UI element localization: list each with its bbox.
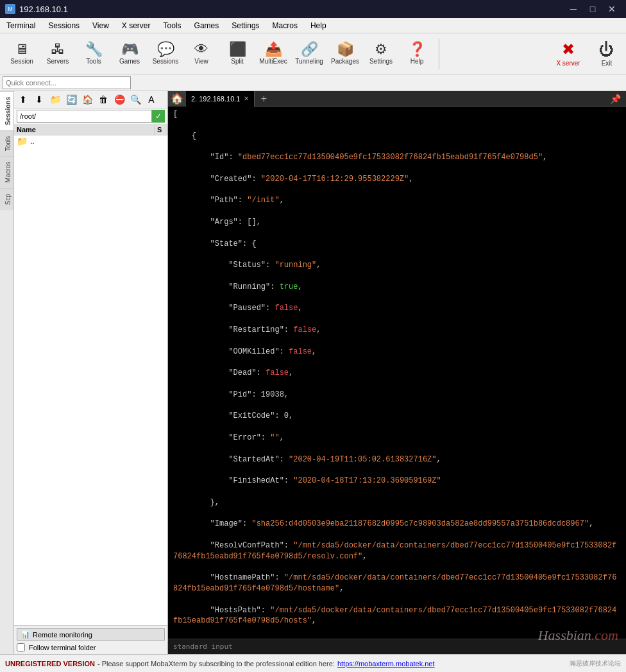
multiexec-label: MultiExec	[259, 58, 287, 65]
maximize-button[interactable]: □	[584, 0, 602, 18]
font-button[interactable]: A	[144, 92, 159, 107]
multiexec-button[interactable]: 📤 MultiExec	[257, 36, 290, 72]
packages-button[interactable]: 📦 Packages	[328, 36, 362, 72]
help-icon: ❓	[409, 42, 426, 56]
packages-icon: 📦	[337, 42, 354, 56]
window-title: 192.168.10.1	[19, 4, 68, 14]
xserver-button[interactable]: ✖ X server	[549, 40, 588, 67]
menu-tools[interactable]: Tools	[157, 18, 188, 33]
title-bar-controls: ─ □ ✕	[564, 0, 621, 18]
servers-label: Servers	[47, 58, 69, 65]
status-link[interactable]: https://mobaxterm.mobatek.net	[337, 660, 435, 668]
menu-terminal[interactable]: Terminal	[0, 18, 42, 33]
home-button[interactable]: 🏠	[80, 92, 95, 107]
exit-icon: ⏻	[599, 40, 614, 58]
multiexec-icon: 📤	[265, 42, 282, 56]
view-icon: 👁	[194, 42, 208, 56]
help-button[interactable]: ❓ Help	[400, 36, 434, 72]
minimize-button[interactable]: ─	[564, 0, 582, 18]
sidebar-tab-macros[interactable]: Macros	[0, 156, 13, 188]
title-bar-left: M 192.168.10.1	[5, 4, 68, 14]
list-item[interactable]: 📁 ..	[14, 135, 167, 147]
menu-view[interactable]: View	[86, 18, 115, 33]
split-label: Split	[231, 58, 243, 65]
stop-button[interactable]: ⛔	[112, 92, 127, 107]
exit-label: Exit	[602, 60, 613, 67]
file-panel-bottom: 📊 Remote monitoring Follow terminal fold…	[14, 625, 167, 654]
folder-icon: 📁	[17, 136, 28, 146]
servers-button[interactable]: 🖧 Servers	[41, 36, 74, 72]
split-icon: ⬛	[229, 42, 246, 56]
tab-session-1[interactable]: 2. 192.168.10.1 ✕	[186, 91, 255, 107]
upload-button[interactable]: ⬆	[15, 92, 31, 107]
terminal-content[interactable]: [ { "Id": "dbed77ecc1cc77d13500405e9fc17…	[168, 107, 626, 639]
menu-macros[interactable]: Macros	[266, 18, 304, 33]
download-button[interactable]: ⬇	[31, 92, 47, 107]
sidebar-tab-tools[interactable]: Tools	[0, 130, 13, 156]
tunneling-icon: 🔗	[301, 42, 318, 56]
sessions-button[interactable]: 💬 Sessions	[149, 36, 182, 72]
delete-button[interactable]: 🗑	[96, 92, 111, 107]
path-bar: ✓	[14, 108, 167, 125]
remote-monitoring-button[interactable]: 📊 Remote monitoring	[17, 628, 165, 641]
session-label: Session	[10, 58, 33, 65]
exit-button[interactable]: ⏻ Exit	[593, 40, 621, 67]
games-icon: 🎮	[121, 42, 139, 56]
tools-button[interactable]: 🔧 Tools	[77, 36, 110, 72]
newfolder-button[interactable]: 📁	[47, 92, 63, 107]
refresh-button[interactable]: 🔄	[63, 92, 79, 107]
tunneling-label: Tunneling	[295, 58, 323, 65]
tools-icon: 🔧	[85, 42, 103, 56]
col-size: S	[155, 125, 167, 135]
menu-games[interactable]: Games	[188, 18, 226, 33]
pin-icon[interactable]: 📌	[605, 94, 626, 104]
help-label: Help	[410, 58, 424, 65]
file-toolbar: ⬆ ⬇ 📁 🔄 🏠 🗑 ⛔ 🔍 A	[14, 91, 167, 108]
menu-sessions[interactable]: Sessions	[42, 18, 86, 33]
view-label: View	[194, 58, 208, 65]
settings-label: Settings	[369, 58, 393, 65]
unregistered-label: UNREGISTERED VERSION	[5, 660, 95, 668]
tab-close-icon[interactable]: ✕	[244, 95, 249, 102]
tools-label: Tools	[86, 58, 101, 65]
terminal-input-label: standard input	[173, 642, 233, 651]
servers-icon: 🖧	[51, 42, 65, 56]
games-button[interactable]: 🎮 Games	[113, 36, 146, 72]
terminal-area: 🏠 2. 192.168.10.1 ✕ + 📌 [ { "Id": "dbed7…	[168, 91, 626, 654]
split-button[interactable]: ⬛ Split	[221, 36, 254, 72]
view-button[interactable]: 👁 View	[185, 36, 218, 72]
sidebar-tab-scp[interactable]: Scp	[0, 188, 13, 210]
file-name: ..	[30, 137, 35, 146]
sidebar-tab-sessions[interactable]: Sessions	[0, 91, 13, 130]
tab-add-button[interactable]: +	[255, 91, 273, 107]
close-button[interactable]: ✕	[603, 0, 621, 18]
session-icon: 🖥	[15, 42, 29, 56]
session-button[interactable]: 🖥 Session	[5, 36, 38, 72]
follow-terminal-folder-checkbox[interactable]	[17, 643, 25, 651]
sidebar-tabs: Sessions Tools Macros Scp	[0, 91, 14, 654]
search-button[interactable]: 🔍	[128, 92, 143, 107]
tunneling-button[interactable]: 🔗 Tunneling	[292, 36, 326, 72]
menu-bar: Terminal Sessions View X server Tools Ga…	[0, 18, 626, 33]
settings-button[interactable]: ⚙ Settings	[364, 36, 398, 72]
toolbar-right: ✖ X server ⏻ Exit	[549, 40, 621, 67]
chinese-text: 瀚思彼岸技术论坛	[570, 659, 621, 668]
app-icon: M	[5, 4, 15, 14]
menu-xserver[interactable]: X server	[115, 18, 157, 33]
path-ok-button[interactable]: ✓	[152, 110, 165, 123]
menu-settings[interactable]: Settings	[225, 18, 266, 33]
quick-connect-input[interactable]	[3, 76, 131, 89]
toolbar-separator	[439, 39, 439, 69]
menu-help[interactable]: Help	[304, 18, 333, 33]
tab-home-button[interactable]: 🏠	[168, 91, 186, 107]
home-tab-icon: 🏠	[171, 92, 183, 105]
games-label: Games	[119, 58, 140, 65]
remote-monitoring-label: Remote monitoring	[33, 631, 92, 639]
settings-icon: ⚙	[375, 42, 387, 56]
status-message: - Please support MobaXterm by subscribin…	[97, 660, 335, 668]
col-name: Name	[14, 125, 155, 135]
file-list: 📁 ..	[14, 135, 167, 625]
xserver-icon: ✖	[562, 40, 575, 58]
sessions-icon: 💬	[157, 42, 174, 56]
path-input[interactable]	[17, 110, 152, 123]
